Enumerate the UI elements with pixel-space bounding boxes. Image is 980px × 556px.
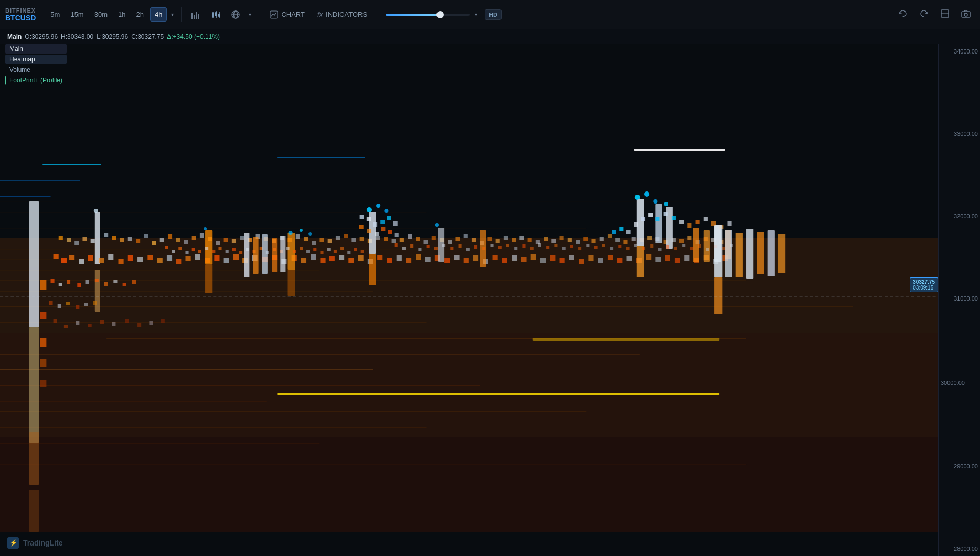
svg-rect-192	[512, 255, 517, 261]
svg-rect-334	[466, 248, 470, 251]
svg-rect-162	[224, 258, 229, 263]
svg-rect-90	[296, 234, 300, 239]
price-axis: 34000.00 33000.00 32000.00 31000.00 3000…	[938, 44, 980, 556]
svg-rect-278	[679, 220, 684, 224]
svg-rect-187	[464, 258, 469, 263]
svg-rect-325	[395, 243, 398, 247]
svg-rect-327	[410, 244, 413, 248]
svg-rect-316	[306, 250, 310, 253]
svg-rect-209	[675, 258, 680, 263]
svg-rect-349	[586, 244, 589, 247]
svg-rect-194	[531, 254, 536, 260]
camera-button[interactable]	[957, 6, 975, 24]
svg-rect-292	[137, 323, 141, 327]
svg-rect-181	[406, 258, 411, 263]
svg-rect-373	[757, 232, 764, 274]
svg-rect-179	[387, 258, 392, 263]
svg-rect-341	[522, 244, 525, 248]
svg-rect-97	[351, 238, 356, 242]
svg-rect-150	[108, 254, 113, 260]
svg-rect-156	[167, 255, 172, 261]
svg-rect-277	[672, 216, 676, 220]
legend-volume[interactable]: Volume	[5, 65, 67, 74]
svg-rect-294	[161, 319, 165, 323]
svg-rect-262	[393, 221, 398, 226]
svg-rect-360	[674, 247, 677, 250]
svg-rect-157	[176, 259, 181, 264]
price-31000: 31000.00	[941, 295, 978, 302]
svg-rect-154	[147, 255, 153, 260]
svg-rect-274	[648, 213, 653, 217]
svg-rect-27	[0, 385, 480, 386]
svg-rect-0	[191, 13, 193, 19]
svg-rect-242	[59, 283, 62, 286]
chart-button[interactable]: CHART	[264, 7, 310, 22]
globe-icon	[231, 10, 240, 19]
svg-rect-34	[0, 322, 427, 323]
svg-rect-372	[746, 229, 753, 279]
svg-rect-69	[128, 237, 132, 241]
svg-rect-375	[778, 234, 785, 273]
svg-rect-155	[157, 258, 163, 263]
svg-rect-256	[93, 301, 97, 305]
svg-rect-163	[233, 254, 239, 260]
svg-rect-380	[280, 236, 285, 272]
svg-rect-176	[358, 255, 364, 261]
svg-rect-70	[136, 239, 140, 243]
timeframe-5m[interactable]: 5m	[46, 8, 64, 21]
svg-rect-159	[195, 254, 200, 260]
svg-rect-288	[88, 324, 92, 327]
undo-button[interactable]	[894, 6, 912, 24]
svg-rect-124	[568, 238, 572, 242]
chart-area[interactable]: ⚡ TradingLite 34000.00 33000.00 32000.00…	[0, 44, 980, 556]
svg-rect-330	[434, 247, 438, 250]
svg-rect-249	[123, 283, 126, 286]
slider-fill	[386, 14, 440, 16]
svg-rect-358	[658, 248, 661, 251]
price-30000: 30000.00	[941, 380, 965, 386]
slider-track[interactable]	[386, 14, 470, 16]
svg-rect-351	[602, 244, 605, 247]
legend-main[interactable]: Main	[5, 44, 67, 54]
slider-dropdown[interactable]: ▾	[472, 9, 481, 19]
timeframe-dropdown[interactable]: ▾	[169, 9, 176, 19]
legend-footprint[interactable]: FootPrint+ (Profile)	[5, 76, 67, 85]
svg-rect-346	[562, 247, 566, 250]
brightness-slider[interactable]	[386, 14, 470, 16]
timeframe-1h[interactable]: 1h	[114, 8, 130, 21]
hd-badge[interactable]: HD	[485, 9, 502, 20]
fx-icon: fx	[317, 10, 323, 18]
svg-rect-208	[665, 255, 670, 261]
svg-point-238	[94, 209, 98, 213]
indicators-button[interactable]: fx INDICATORS	[312, 7, 372, 22]
svg-rect-299	[192, 248, 195, 251]
svg-point-239	[204, 227, 207, 230]
slider-thumb[interactable]	[436, 11, 444, 18]
svg-rect-26	[0, 354, 640, 355]
redo-button[interactable]	[915, 6, 933, 24]
timeframe-15m[interactable]: 15m	[66, 8, 88, 21]
price-28000: 28000.00	[941, 546, 978, 552]
svg-rect-28	[0, 401, 267, 402]
svg-rect-129	[608, 234, 612, 238]
globe-icon-btn[interactable]	[227, 7, 244, 23]
globe-dropdown[interactable]: ▾	[247, 9, 253, 19]
timeframe-30m[interactable]: 30m	[90, 8, 112, 21]
svg-rect-305	[232, 248, 236, 251]
svg-rect-67	[112, 236, 116, 240]
svg-rect-73	[160, 238, 164, 242]
legend-heatmap[interactable]: Heatmap	[5, 55, 67, 64]
price-32000: 32000.00	[941, 213, 978, 219]
chart-canvas[interactable]: ⚡ TradingLite	[0, 44, 949, 556]
timeframe-2h[interactable]: 2h	[132, 8, 147, 21]
svg-rect-175	[348, 258, 354, 263]
candle-chart-icon-btn[interactable]	[207, 7, 225, 23]
svg-rect-197	[560, 258, 565, 263]
layout-button[interactable]	[936, 6, 954, 24]
svg-rect-257	[360, 215, 364, 219]
svg-rect-252	[58, 304, 61, 308]
svg-rect-182	[416, 254, 421, 260]
svg-rect-115	[496, 239, 500, 243]
bar-chart-icon-btn[interactable]	[187, 7, 205, 23]
timeframe-4h[interactable]: 4h	[150, 7, 167, 22]
